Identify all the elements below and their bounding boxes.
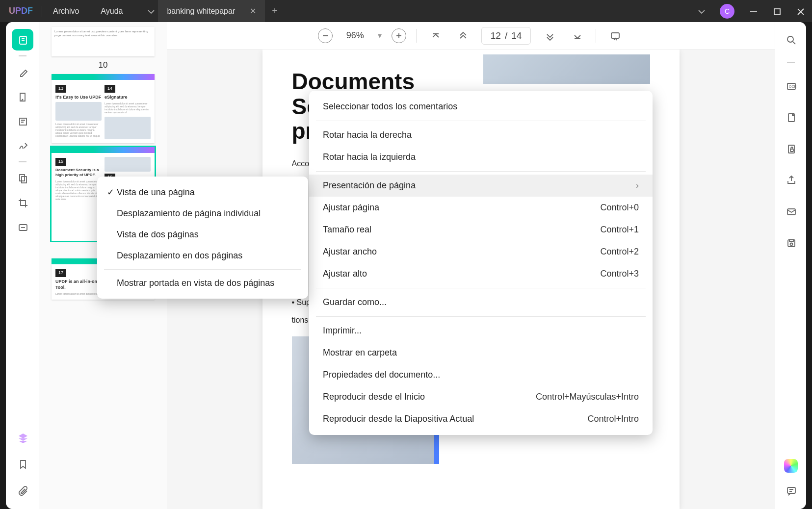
next-page-button[interactable]: [541, 27, 558, 45]
svg-point-7: [787, 36, 793, 42]
zoom-dropdown[interactable]: ▾: [378, 31, 382, 40]
cm-fit-page[interactable]: Ajustar páginaControl+0: [309, 197, 653, 219]
paperclip-icon: [17, 485, 28, 496]
convert-button[interactable]: [780, 106, 802, 128]
thumbnail-11[interactable]: 13 It's Easy to Use UPDF Lorem ipsum dol…: [52, 74, 155, 143]
minimize-button[interactable]: [741, 0, 765, 22]
cm-single-page[interactable]: ✓Vista de una página: [97, 181, 308, 203]
cm-play-from-begin[interactable]: Reproducir desde el InicioControl+Mayúsc…: [309, 386, 653, 408]
tab-dropdown[interactable]: [143, 0, 158, 22]
chevrons-down-icon: [544, 30, 555, 41]
user-avatar[interactable]: C: [720, 4, 734, 19]
comment-icon: [786, 485, 796, 496]
zoom-level: 96%: [342, 30, 368, 41]
attachment-button[interactable]: [12, 480, 33, 501]
highlight-tool[interactable]: [12, 61, 33, 83]
cm-doc-properties[interactable]: Propiedades del documento...: [309, 364, 653, 386]
bookmark-button[interactable]: [12, 453, 33, 475]
ocr-icon: OCR: [786, 80, 796, 91]
crop-icon: [17, 197, 28, 208]
bookmark-icon: [17, 458, 28, 469]
svg-rect-4: [22, 177, 26, 183]
sign-icon: [17, 140, 28, 151]
cm-two-page[interactable]: Vista de dos páginas: [97, 224, 308, 245]
separator: [19, 161, 26, 162]
separator: [19, 55, 26, 56]
app-logo: UPDF: [0, 6, 42, 16]
menu-help[interactable]: Ayuda: [90, 7, 133, 16]
edit-icon: [17, 91, 28, 102]
edit-tool[interactable]: [12, 86, 33, 107]
svg-rect-3: [20, 175, 25, 181]
chevron-down-icon: [145, 6, 156, 17]
thumb-heading: Document Security is a high priority of …: [55, 168, 102, 178]
separator: [316, 288, 646, 288]
save-button[interactable]: [780, 232, 802, 254]
shortcut: Control+2: [600, 247, 639, 257]
new-tab-button[interactable]: +: [265, 5, 285, 17]
close-tab-icon[interactable]: ✕: [250, 6, 256, 16]
maximize-icon: [771, 6, 782, 17]
crop-tool[interactable]: [12, 192, 33, 213]
reader-tool[interactable]: [12, 29, 33, 51]
cm-print[interactable]: Imprimir...: [309, 320, 653, 342]
cm-rotate-left[interactable]: Rotar hacia la izquierda: [309, 146, 653, 168]
thumbnail-10[interactable]: Lorem ipsum dolor sit amet text preview …: [52, 27, 155, 56]
cm-fit-height[interactable]: Ajustar altoControl+3: [309, 263, 653, 285]
ocr-button[interactable]: OCR: [780, 75, 802, 97]
search-button[interactable]: [780, 29, 802, 51]
page-badge: 14: [105, 85, 115, 93]
cm-page-display[interactable]: Presentación de página›: [309, 175, 653, 197]
cm-save-as[interactable]: Guardar como...: [309, 291, 653, 313]
ai-assistant-button[interactable]: [784, 459, 798, 473]
thumb-heading: It's Easy to Use UPDF: [55, 95, 102, 101]
cm-single-scroll[interactable]: Desplazamiento de página individual: [97, 203, 308, 224]
first-page-button[interactable]: [426, 27, 444, 45]
layers-button[interactable]: [12, 427, 33, 448]
window-dropdown[interactable]: [689, 0, 713, 22]
cm-play-from-current[interactable]: Reproducir desde la Diapositiva ActualCo…: [309, 408, 653, 430]
maximize-button[interactable]: [765, 0, 788, 22]
check-icon: ✓: [107, 187, 117, 198]
layers-icon: [17, 432, 28, 443]
last-page-button[interactable]: [568, 27, 586, 45]
search-icon: [786, 34, 796, 45]
zoom-out-button[interactable]: [318, 28, 333, 43]
chevron-bottom-icon: [572, 30, 582, 41]
document-tab[interactable]: banking whitepapar ✕: [158, 0, 265, 22]
shortcut: Control+Intro: [587, 414, 639, 424]
chevron-down-icon: [696, 6, 707, 17]
comment-panel-button[interactable]: [780, 480, 802, 501]
page-indicator[interactable]: 12 / 14: [481, 27, 531, 45]
marker-icon: [17, 67, 28, 77]
cm-show-in-folder[interactable]: Mostrar en carpeta: [309, 342, 653, 364]
share-button[interactable]: [780, 169, 802, 191]
minimize-icon: [748, 6, 759, 17]
present-button[interactable]: [606, 27, 624, 45]
mail-icon: [786, 206, 796, 217]
chevron-top-icon: [430, 30, 441, 41]
prev-page-button[interactable]: [454, 27, 471, 45]
minus-icon: [321, 32, 329, 40]
form-tool[interactable]: [12, 110, 33, 132]
right-toolbar: OCR: [775, 22, 806, 509]
close-button[interactable]: [788, 0, 812, 22]
protect-button[interactable]: [780, 138, 802, 159]
redact-tool[interactable]: [12, 216, 33, 238]
shortcut: Control+0: [600, 203, 639, 213]
pages-tool[interactable]: [12, 167, 33, 189]
menu-file[interactable]: Archivo: [42, 7, 90, 16]
right-toolbar-bottom: [780, 459, 802, 501]
cm-show-cover[interactable]: Mostrar portada en vista de dos páginas: [97, 273, 308, 294]
current-page: 12: [491, 30, 501, 41]
cm-select-all-comments[interactable]: Seleccionar todos los comentarios: [309, 96, 653, 118]
cm-actual-size[interactable]: Tamaño realControl+1: [309, 219, 653, 241]
cm-rotate-right[interactable]: Rotar hacia la derecha: [309, 124, 653, 146]
sign-tool[interactable]: [12, 135, 33, 156]
cm-two-scroll[interactable]: Desplazamiento en dos páginas: [97, 245, 308, 266]
save-icon: [786, 237, 796, 248]
separator: [104, 269, 301, 270]
cm-fit-width[interactable]: Ajustar anchoControl+2: [309, 241, 653, 263]
email-button[interactable]: [780, 201, 802, 222]
zoom-in-button[interactable]: [392, 28, 406, 43]
